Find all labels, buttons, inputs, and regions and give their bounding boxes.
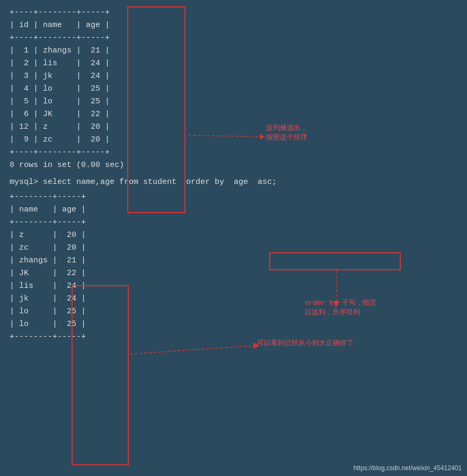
bot-row-8: | lo | 25 | (10, 318, 457, 331)
bot-sep-bot: +--------+-----+ (10, 331, 457, 343)
bot-header: | name | age | (10, 204, 457, 216)
top-sep-bot: +----+--------+-----+ (10, 146, 457, 159)
bot-row-2: | zc | 20 | (10, 242, 457, 254)
bot-row-4: | JK | 22 | (10, 267, 457, 280)
bot-row-6: | jk | 24 | (10, 293, 457, 305)
top-row-4: | 4 | lo | 25 | (10, 83, 457, 95)
watermark: https://blog.csdn.net/weixin_45412401 (354, 464, 462, 472)
top-header: | id | name | age | (10, 19, 457, 32)
bottom-table-section: +--------+-----+ | name | age | +-------… (10, 191, 457, 343)
top-row-1: | 1 | zhangs | 21 | (10, 45, 457, 57)
bot-row-1: | z | 20 | (10, 229, 457, 242)
top-row-2: | 2 | lis | 24 | (10, 57, 457, 70)
bot-row-7: | lo | 25 | (10, 305, 457, 318)
bot-row-3: | zhangs | 21 | (10, 254, 457, 267)
annotation-top: 这列被选出，按照这个排序 (266, 123, 307, 142)
top-result: 8 rows in set (0.00 sec) (10, 159, 457, 172)
top-sep-top: +----+--------+-----+ (10, 6, 457, 19)
main-content: +----+--------+-----+ | id | name | age … (0, 0, 467, 354)
top-row-6: | 6 | JK | 22 | (10, 108, 457, 121)
bot-sep-top: +--------+-----+ (10, 191, 457, 204)
top-row-7: | 12 | z | 20 | (10, 121, 457, 134)
top-row-5: | 5 | lo | 25 | (10, 95, 457, 108)
sql-command-line: mysql> select name,age from student orde… (10, 176, 457, 189)
annotation-middle: order by 子句，指定以这列，升序排列 (305, 298, 376, 317)
top-table-section: +----+--------+-----+ | id | name | age … (10, 6, 457, 172)
bot-sep-mid: +--------+-----+ (10, 216, 457, 229)
top-row-8: | 9 | zc | 20 | (10, 134, 457, 146)
annotation-bottom: 可以看到已经从小到大正确排了 (257, 338, 354, 348)
top-sep-mid: +----+--------+-----+ (10, 32, 457, 45)
top-row-3: | 3 | jk | 24 | (10, 70, 457, 83)
bot-row-5: | lis | 24 | (10, 280, 457, 293)
